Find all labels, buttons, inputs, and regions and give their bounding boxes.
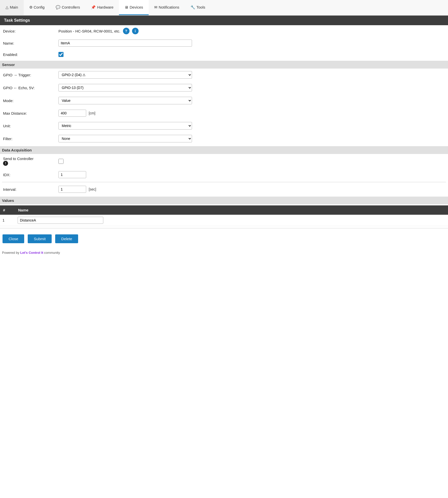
name-label: Name: xyxy=(3,41,58,45)
button-row: Close Submit Delete xyxy=(0,229,448,248)
max-distance-unit: [cm] xyxy=(89,111,95,115)
mode-label: Mode: xyxy=(3,99,58,103)
data-acq-form-area: Send to Controller ! IDX: Interval: [sec… xyxy=(0,154,448,196)
filter-control: None Median Average xyxy=(58,135,445,142)
idx-control xyxy=(58,171,445,178)
col-num: # xyxy=(0,205,15,215)
submit-button[interactable]: Submit xyxy=(28,234,52,243)
interval-input[interactable] xyxy=(58,186,86,193)
unit-control: Metric Imperial xyxy=(58,122,445,130)
enabled-row: Enabled: xyxy=(2,49,446,60)
data-acquisition-header: Data Acquisition xyxy=(0,146,448,154)
trigger-label: GPIO → Trigger: xyxy=(3,73,58,77)
nav-item-tools[interactable]: 🔧Tools xyxy=(185,0,211,15)
bottom-hr xyxy=(0,228,448,228)
enabled-control xyxy=(58,52,445,57)
name-row: Name: xyxy=(2,37,446,49)
send-to-controller-label: Send to Controller ! xyxy=(3,157,58,166)
filter-label: Filter: xyxy=(3,137,58,141)
form-area: Device: Position - HC-SR04, RCW-0001, et… xyxy=(0,25,448,60)
device-control: Position - HC-SR04, RCW-0001, etc. ? i xyxy=(58,28,445,34)
nav-label-tools: Tools xyxy=(197,5,205,9)
filter-row: Filter: None Median Average xyxy=(2,132,446,145)
col-name: Name xyxy=(15,205,448,215)
nav-icon-config: ⚙ xyxy=(29,5,33,10)
task-settings-header: Task Settings xyxy=(0,16,448,25)
enabled-label: Enabled: xyxy=(3,52,58,57)
footer-brand: Let's Control It xyxy=(20,251,43,255)
send-info-icon: ! xyxy=(3,161,8,166)
close-button[interactable]: Close xyxy=(3,234,24,243)
mode-row: Mode: Value Delta Average xyxy=(2,94,446,107)
sensor-form-area: GPIO → Trigger: GPIO-2 (D4) ⚠ GPIO-0 (D3… xyxy=(0,69,448,145)
delete-button[interactable]: Delete xyxy=(55,234,78,243)
send-to-controller-control xyxy=(58,159,445,164)
interval-label: Interval: xyxy=(3,187,58,192)
nav-item-controllers[interactable]: 💬Controllers xyxy=(50,0,86,15)
trigger-row: GPIO → Trigger: GPIO-2 (D4) ⚠ GPIO-0 (D3… xyxy=(2,69,446,81)
max-distance-input[interactable] xyxy=(58,110,86,117)
sensor-section-header: Sensor xyxy=(0,61,448,69)
nav-icon-hardware: 📌 xyxy=(91,5,96,10)
nav-label-main: Main xyxy=(10,5,18,9)
max-distance-row: Max Distance: [cm] xyxy=(2,107,446,119)
filter-select[interactable]: None Median Average xyxy=(58,135,192,142)
idx-row: IDX: xyxy=(2,169,446,181)
enabled-checkbox[interactable] xyxy=(58,52,63,57)
trigger-control: GPIO-2 (D4) ⚠ GPIO-0 (D3) GPIO-4 (D2) GP… xyxy=(58,71,445,79)
send-to-controller-row: Send to Controller ! xyxy=(2,154,446,169)
footer: Powered by Let's Control It community xyxy=(0,248,448,259)
values-table-header-row: # Name xyxy=(0,205,448,215)
echo-select[interactable]: GPIO-13 (D7) GPIO-0 (D3) GPIO-2 (D4) GPI… xyxy=(58,84,192,91)
echo-row: GPIO ← Echo, 5V: GPIO-13 (D7) GPIO-0 (D3… xyxy=(2,81,446,94)
interval-unit: [sec] xyxy=(89,187,96,191)
echo-control: GPIO-13 (D7) GPIO-0 (D3) GPIO-2 (D4) GPI… xyxy=(58,84,445,91)
device-value: Position - HC-SR04, RCW-0001, etc. xyxy=(58,29,120,33)
nav-item-config[interactable]: ⚙Config xyxy=(24,0,50,15)
footer-community: community xyxy=(43,251,60,255)
hr-divider xyxy=(2,182,446,182)
nav-label-controllers: Controllers xyxy=(62,5,80,9)
nav-icon-tools: 🔧 xyxy=(190,5,195,10)
max-distance-control: [cm] xyxy=(58,110,445,117)
mode-select[interactable]: Value Delta Average xyxy=(58,97,192,104)
device-row: Device: Position - HC-SR04, RCW-0001, et… xyxy=(2,25,446,37)
unit-select[interactable]: Metric Imperial xyxy=(58,122,192,130)
nav-icon-main: △ xyxy=(6,5,9,10)
footer-powered-by: Powered by xyxy=(2,251,20,255)
nav-item-main[interactable]: △Main xyxy=(0,0,24,15)
idx-label: IDX: xyxy=(3,173,58,177)
nav-icon-controllers: 💬 xyxy=(56,5,60,10)
device-label: Device: xyxy=(3,29,58,33)
info-badge[interactable]: i xyxy=(132,28,139,34)
nav-label-devices: Devices xyxy=(130,5,143,9)
table-row: 1 xyxy=(0,215,448,226)
trigger-select[interactable]: GPIO-2 (D4) ⚠ GPIO-0 (D3) GPIO-4 (D2) GP… xyxy=(58,71,192,79)
nav-item-devices[interactable]: 🖥Devices xyxy=(119,0,148,15)
echo-label: GPIO ← Echo, 5V: xyxy=(3,86,58,90)
interval-row: Interval: [sec] xyxy=(2,183,446,196)
name-control xyxy=(58,40,445,47)
values-section-header: Values xyxy=(0,197,448,204)
name-input[interactable] xyxy=(58,40,192,47)
send-to-controller-checkbox[interactable] xyxy=(58,159,63,164)
row-name-input[interactable] xyxy=(18,217,103,224)
mode-control: Value Delta Average xyxy=(58,97,445,104)
nav-item-hardware[interactable]: 📌Hardware xyxy=(85,0,119,15)
nav-bar: △Main⚙Config💬Controllers📌Hardware🖥Device… xyxy=(0,0,448,16)
nav-label-config: Config xyxy=(34,5,45,9)
row-num: 1 xyxy=(0,215,15,226)
idx-input[interactable] xyxy=(58,171,86,178)
help-badge[interactable]: ? xyxy=(123,28,130,34)
max-distance-label: Max Distance: xyxy=(3,111,58,115)
nav-icon-notifications: ✉ xyxy=(154,5,157,10)
nav-icon-devices: 🖥 xyxy=(124,5,128,9)
interval-control: [sec] xyxy=(58,186,445,193)
values-table: # Name 1 xyxy=(0,205,448,226)
nav-label-hardware: Hardware xyxy=(97,5,113,9)
nav-item-notifications[interactable]: ✉Notifications xyxy=(149,0,185,15)
unit-row: Unit: Metric Imperial xyxy=(2,119,446,132)
row-name xyxy=(15,215,448,226)
nav-label-notifications: Notifications xyxy=(159,5,179,9)
unit-label: Unit: xyxy=(3,124,58,128)
